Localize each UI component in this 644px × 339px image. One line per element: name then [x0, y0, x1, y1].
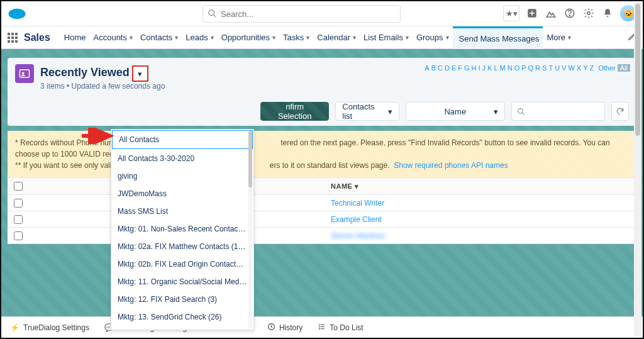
list-view-option[interactable]: All Contacts [112, 130, 253, 149]
app-launcher-icon[interactable] [8, 33, 18, 43]
list-view-picker-button[interactable]: ▾ [132, 65, 148, 82]
alphabet-letter-q[interactable]: Q [528, 64, 534, 72]
tab-label: More [547, 33, 565, 42]
tab-tasks[interactable]: Tasks▾ [279, 26, 313, 49]
alphabet-letter-f[interactable]: F [458, 64, 462, 72]
tab-home[interactable]: Home [60, 26, 90, 49]
svg-rect-9 [20, 70, 30, 77]
page-canvas: Recently Viewed ▾ 3 items • Updated a fe… [1, 49, 643, 316]
chevron-down-icon: ▾ [175, 34, 178, 41]
svg-point-1 [10, 12, 17, 17]
list-view-option[interactable]: Mktg: 02b. FIX Lead Origin Contacts (38) [111, 255, 253, 273]
row-checkbox[interactable] [8, 199, 29, 208]
alphabet-letter-o[interactable]: O [514, 64, 520, 72]
page-vertical-scrollbar[interactable] [634, 3, 641, 336]
chevron-down-icon: ▾ [446, 34, 449, 41]
svg-point-3 [209, 10, 214, 16]
row-checkbox[interactable] [8, 215, 29, 224]
alphabet-letter-k[interactable]: K [487, 64, 492, 72]
tab-send-mass-messages[interactable]: Send Mass Messages [453, 26, 543, 49]
record-name-link[interactable]: Example Client [331, 215, 382, 224]
alphabet-letter-j[interactable]: J [482, 64, 486, 72]
tab-contacts[interactable]: Contacts▾ [136, 26, 182, 49]
list-view-option[interactable]: All Contacts 3-30-2020 [111, 150, 253, 167]
trailhead-icon[interactable] [545, 7, 557, 19]
nav-tabbar: Sales Home Accounts▾ Contacts▾ Leads▾ Op… [1, 26, 643, 49]
app-name: Sales [24, 32, 50, 43]
list-view-option[interactable]: Mktg: 11. Organic Social/Social Media(3) [111, 273, 253, 291]
tab-accounts[interactable]: Accounts▾ [90, 26, 136, 49]
alphabet-letter-n[interactable]: N [508, 64, 513, 72]
alphabet-letter-g[interactable]: G [464, 64, 470, 72]
alphabet-letter-c[interactable]: C [438, 64, 443, 72]
alphabet-letter-h[interactable]: H [472, 64, 477, 72]
alphabet-letter-a[interactable]: A [425, 64, 429, 72]
list-view-option[interactable]: Mktg: 14. FIX Lead Source? [111, 326, 253, 330]
confirm-selection-button[interactable]: nfirm Selection [260, 102, 329, 121]
list-view-option[interactable]: JWDemoMass [111, 185, 253, 203]
global-search [203, 5, 401, 23]
alphabet-letter-x[interactable]: X [577, 64, 581, 72]
list-view-option[interactable]: Mktg: 01. Non-Sales Recent Contacts (70) [111, 220, 253, 238]
alphabet-letter-i[interactable]: I [478, 64, 480, 72]
list-search-input[interactable] [511, 102, 605, 121]
refresh-button[interactable] [611, 102, 629, 121]
select-all-checkbox[interactable] [8, 182, 29, 191]
alphabet-letter-e[interactable]: E [452, 64, 456, 72]
tab-label: Accounts [94, 33, 127, 42]
list-subtitle: 3 items • Updated a few seconds ago [40, 82, 165, 91]
tab-opportunities[interactable]: Opportunities▾ [218, 26, 279, 49]
tab-groups[interactable]: Groups▾ [413, 26, 453, 49]
records-table: NAME ▾ Technical WriterExample ClientSte… [8, 177, 636, 244]
show-required-phones-link[interactable]: Show required phones API names [394, 161, 508, 170]
alphabet-letter-p[interactable]: P [521, 64, 526, 72]
table-header-row: NAME ▾ [8, 177, 636, 195]
alphabet-letter-z[interactable]: Z [590, 64, 594, 72]
chevron-down-icon: ▾ [272, 34, 275, 41]
alphabet-letter-w[interactable]: W [568, 64, 574, 72]
list-icon [318, 323, 326, 333]
list-view-option[interactable]: Mktg: 13. SendGrid Check (26) [111, 308, 253, 326]
tab-leads[interactable]: Leads▾ [182, 26, 217, 49]
alphabet-letter-r[interactable]: R [535, 64, 540, 72]
alphabet-letter-t[interactable]: T [548, 64, 553, 72]
setup-gear-icon[interactable] [582, 7, 595, 19]
list-view-option[interactable]: Mktg: 12. FIX Paid Search (3) [111, 291, 253, 308]
chevron-down-icon: ▾ [388, 107, 392, 116]
alphabet-letter-d[interactable]: D [445, 64, 450, 72]
list-view-option[interactable]: Mass SMS List [111, 203, 253, 220]
alphabet-letter-y[interactable]: Y [583, 64, 587, 72]
tab-label: Opportunities [221, 33, 270, 42]
alphabet-letter-u[interactable]: U [555, 64, 560, 72]
favorites-button[interactable]: ★▾ [503, 5, 519, 21]
alphabet-other[interactable]: Other [598, 64, 616, 72]
tab-calendar[interactable]: Calendar▾ [313, 26, 360, 49]
add-button[interactable] [526, 7, 538, 19]
list-view-option[interactable]: giving [111, 167, 253, 185]
alphabet-letter-m[interactable]: M [500, 64, 506, 72]
alphabet-all[interactable]: All [618, 64, 630, 72]
record-name-link[interactable]: Technical Writer [331, 199, 384, 208]
name-filter-dropdown[interactable]: Name▾ [406, 102, 506, 121]
utility-history[interactable]: History [267, 323, 303, 333]
utility-label: History [279, 323, 303, 332]
list-view-option[interactable]: Mktg: 02a. FIX Matthew Contacts (107) [111, 238, 253, 255]
dropdown-scrollbar[interactable] [248, 131, 252, 328]
record-name-link[interactable]: Steven Martinez [331, 231, 386, 240]
alphabet-letter-v[interactable]: V [562, 64, 566, 72]
contact-object-icon [15, 64, 34, 83]
contacts-list-dropdown[interactable]: Contacts list▾ [335, 102, 399, 121]
alphabet-letter-s[interactable]: S [542, 64, 547, 72]
utility-todo-list[interactable]: To Do List [318, 323, 363, 333]
help-icon[interactable] [564, 7, 576, 19]
tab-list-emails[interactable]: List Emails▾ [360, 26, 413, 49]
chevron-down-icon: ▾ [130, 34, 133, 41]
global-search-input[interactable] [203, 5, 401, 23]
row-checkbox[interactable] [8, 231, 29, 240]
alphabet-letter-l[interactable]: L [494, 64, 497, 72]
notifications-bell-icon[interactable] [601, 7, 614, 19]
alphabet-letter-b[interactable]: B [431, 64, 436, 72]
utility-truedialog-settings[interactable]: ⚡TrueDialog Settings [10, 323, 89, 332]
tab-more[interactable]: More▾ [543, 26, 575, 49]
search-icon [208, 9, 217, 20]
